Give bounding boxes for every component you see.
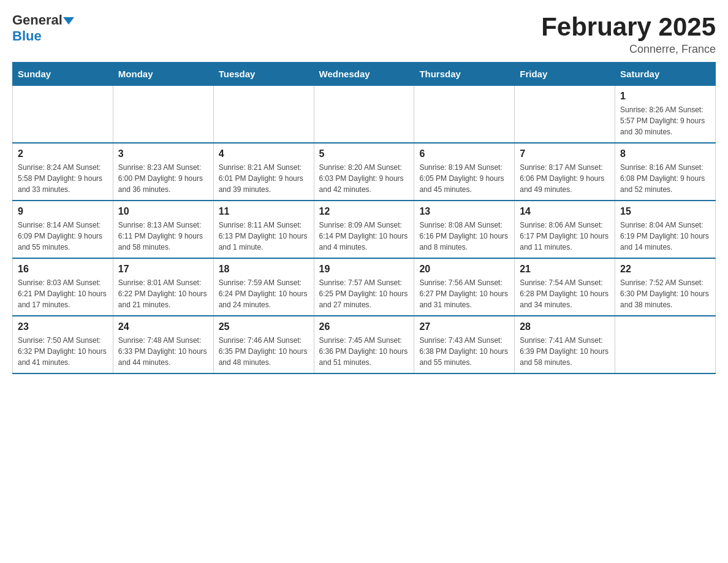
calendar-cell: 14Sunrise: 8:06 AM Sunset: 6:17 PM Dayli… [515, 201, 615, 258]
calendar-cell [414, 86, 515, 144]
logo-arrow-icon [63, 17, 74, 25]
day-number: 23 [18, 321, 108, 332]
day-info: Sunrise: 7:41 AM Sunset: 6:39 PM Dayligh… [520, 335, 610, 368]
day-info: Sunrise: 7:43 AM Sunset: 6:38 PM Dayligh… [419, 335, 509, 368]
day-number: 3 [118, 148, 208, 159]
calendar-cell: 11Sunrise: 8:11 AM Sunset: 6:13 PM Dayli… [213, 201, 314, 258]
day-number: 14 [520, 206, 610, 217]
calendar-cell: 5Sunrise: 8:20 AM Sunset: 6:03 PM Daylig… [314, 143, 414, 201]
logo-general-text: General [12, 12, 63, 28]
day-number: 18 [219, 264, 309, 275]
calendar-table: SundayMondayTuesdayWednesdayThursdayFrid… [12, 62, 716, 374]
location: Connerre, France [541, 43, 716, 56]
calendar-cell [515, 86, 615, 144]
calendar-cell: 28Sunrise: 7:41 AM Sunset: 6:39 PM Dayli… [515, 316, 615, 373]
day-number: 28 [520, 321, 610, 332]
calendar-cell: 1Sunrise: 8:26 AM Sunset: 5:57 PM Daylig… [615, 86, 716, 144]
day-number: 19 [319, 264, 409, 275]
calendar-cell: 19Sunrise: 7:57 AM Sunset: 6:25 PM Dayli… [314, 258, 414, 316]
day-number: 15 [620, 206, 710, 217]
day-info: Sunrise: 7:59 AM Sunset: 6:24 PM Dayligh… [219, 277, 309, 310]
calendar-cell: 7Sunrise: 8:17 AM Sunset: 6:06 PM Daylig… [515, 143, 615, 201]
day-number: 5 [319, 148, 409, 159]
calendar-cell: 2Sunrise: 8:24 AM Sunset: 5:58 PM Daylig… [13, 143, 113, 201]
day-number: 8 [620, 148, 710, 159]
calendar-week-5: 23Sunrise: 7:50 AM Sunset: 6:32 PM Dayli… [13, 316, 716, 373]
calendar-cell: 12Sunrise: 8:09 AM Sunset: 6:14 PM Dayli… [314, 201, 414, 258]
day-info: Sunrise: 8:21 AM Sunset: 6:01 PM Dayligh… [219, 162, 309, 195]
day-number: 20 [419, 264, 509, 275]
page-header: General Blue February 2025 Connerre, Fra… [12, 12, 716, 56]
day-info: Sunrise: 8:08 AM Sunset: 6:16 PM Dayligh… [419, 220, 509, 253]
calendar-week-4: 16Sunrise: 8:03 AM Sunset: 6:21 PM Dayli… [13, 258, 716, 316]
calendar-cell [13, 86, 113, 144]
day-info: Sunrise: 8:20 AM Sunset: 6:03 PM Dayligh… [319, 162, 409, 195]
day-info: Sunrise: 7:45 AM Sunset: 6:36 PM Dayligh… [319, 335, 409, 368]
calendar-cell [213, 86, 314, 144]
column-header-tuesday: Tuesday [213, 63, 314, 86]
logo: General Blue [12, 12, 74, 44]
day-number: 4 [219, 148, 309, 159]
day-info: Sunrise: 7:54 AM Sunset: 6:28 PM Dayligh… [520, 277, 610, 310]
day-info: Sunrise: 7:48 AM Sunset: 6:33 PM Dayligh… [118, 335, 208, 368]
calendar-week-2: 2Sunrise: 8:24 AM Sunset: 5:58 PM Daylig… [13, 143, 716, 201]
title-section: February 2025 Connerre, France [541, 12, 716, 56]
day-number: 13 [419, 206, 509, 217]
day-info: Sunrise: 8:09 AM Sunset: 6:14 PM Dayligh… [319, 220, 409, 253]
day-info: Sunrise: 8:11 AM Sunset: 6:13 PM Dayligh… [219, 220, 309, 253]
calendar-cell: 16Sunrise: 8:03 AM Sunset: 6:21 PM Dayli… [13, 258, 113, 316]
day-info: Sunrise: 7:50 AM Sunset: 6:32 PM Dayligh… [18, 335, 108, 368]
column-header-thursday: Thursday [414, 63, 515, 86]
calendar-cell: 21Sunrise: 7:54 AM Sunset: 6:28 PM Dayli… [515, 258, 615, 316]
column-header-friday: Friday [515, 63, 615, 86]
calendar-cell: 4Sunrise: 8:21 AM Sunset: 6:01 PM Daylig… [213, 143, 314, 201]
calendar-cell: 9Sunrise: 8:14 AM Sunset: 6:09 PM Daylig… [13, 201, 113, 258]
calendar-cell: 23Sunrise: 7:50 AM Sunset: 6:32 PM Dayli… [13, 316, 113, 373]
calendar-cell: 10Sunrise: 8:13 AM Sunset: 6:11 PM Dayli… [113, 201, 213, 258]
day-info: Sunrise: 8:24 AM Sunset: 5:58 PM Dayligh… [18, 162, 108, 195]
day-number: 6 [419, 148, 509, 159]
day-info: Sunrise: 8:19 AM Sunset: 6:05 PM Dayligh… [419, 162, 509, 195]
day-number: 17 [118, 264, 208, 275]
calendar-cell [113, 86, 213, 144]
calendar-cell: 20Sunrise: 7:56 AM Sunset: 6:27 PM Dayli… [414, 258, 515, 316]
day-info: Sunrise: 7:52 AM Sunset: 6:30 PM Dayligh… [620, 277, 710, 310]
day-info: Sunrise: 8:17 AM Sunset: 6:06 PM Dayligh… [520, 162, 610, 195]
day-info: Sunrise: 8:14 AM Sunset: 6:09 PM Dayligh… [18, 220, 108, 253]
calendar-cell [615, 316, 716, 373]
day-number: 2 [18, 148, 108, 159]
calendar-cell: 15Sunrise: 8:04 AM Sunset: 6:19 PM Dayli… [615, 201, 716, 258]
day-number: 27 [419, 321, 509, 332]
day-info: Sunrise: 8:01 AM Sunset: 6:22 PM Dayligh… [118, 277, 208, 310]
calendar-cell [314, 86, 414, 144]
column-header-monday: Monday [113, 63, 213, 86]
day-info: Sunrise: 8:13 AM Sunset: 6:11 PM Dayligh… [118, 220, 208, 253]
calendar-week-3: 9Sunrise: 8:14 AM Sunset: 6:09 PM Daylig… [13, 201, 716, 258]
day-info: Sunrise: 7:57 AM Sunset: 6:25 PM Dayligh… [319, 277, 409, 310]
day-number: 16 [18, 264, 108, 275]
column-header-sunday: Sunday [13, 63, 113, 86]
calendar-cell: 3Sunrise: 8:23 AM Sunset: 6:00 PM Daylig… [113, 143, 213, 201]
day-number: 22 [620, 264, 710, 275]
day-info: Sunrise: 8:23 AM Sunset: 6:00 PM Dayligh… [118, 162, 208, 195]
day-info: Sunrise: 8:04 AM Sunset: 6:19 PM Dayligh… [620, 220, 710, 253]
day-number: 25 [219, 321, 309, 332]
day-number: 9 [18, 206, 108, 217]
day-info: Sunrise: 8:03 AM Sunset: 6:21 PM Dayligh… [18, 277, 108, 310]
month-title: February 2025 [541, 12, 716, 42]
column-header-saturday: Saturday [615, 63, 716, 86]
calendar-cell: 22Sunrise: 7:52 AM Sunset: 6:30 PM Dayli… [615, 258, 716, 316]
calendar-cell: 25Sunrise: 7:46 AM Sunset: 6:35 PM Dayli… [213, 316, 314, 373]
day-info: Sunrise: 8:26 AM Sunset: 5:57 PM Dayligh… [620, 104, 710, 137]
day-number: 7 [520, 148, 610, 159]
day-info: Sunrise: 7:56 AM Sunset: 6:27 PM Dayligh… [419, 277, 509, 310]
calendar-cell: 13Sunrise: 8:08 AM Sunset: 6:16 PM Dayli… [414, 201, 515, 258]
day-info: Sunrise: 8:06 AM Sunset: 6:17 PM Dayligh… [520, 220, 610, 253]
calendar-cell: 24Sunrise: 7:48 AM Sunset: 6:33 PM Dayli… [113, 316, 213, 373]
day-number: 11 [219, 206, 309, 217]
column-header-wednesday: Wednesday [314, 63, 414, 86]
calendar-header-row: SundayMondayTuesdayWednesdayThursdayFrid… [13, 63, 716, 86]
calendar-cell: 27Sunrise: 7:43 AM Sunset: 6:38 PM Dayli… [414, 316, 515, 373]
day-number: 21 [520, 264, 610, 275]
logo-blue-text: Blue [12, 28, 42, 44]
